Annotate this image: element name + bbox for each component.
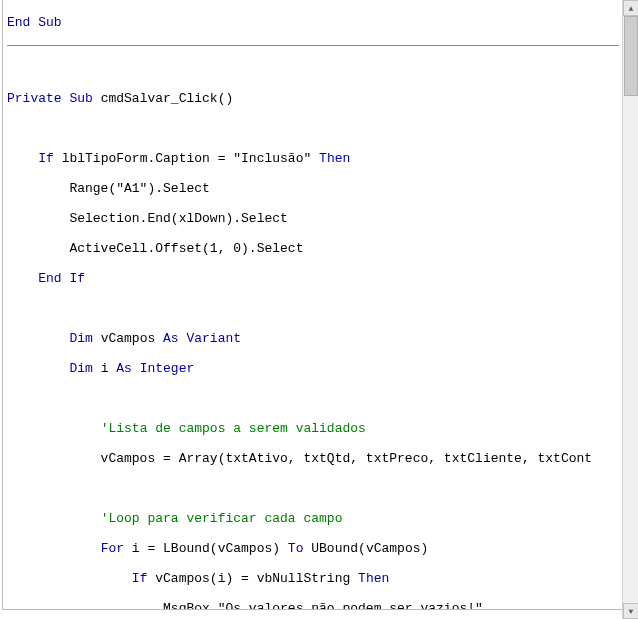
code-keyword: As Integer <box>116 361 194 376</box>
code-text: vCampos(i) = vbNullString <box>147 571 358 586</box>
scroll-track[interactable] <box>623 16 638 603</box>
code-keyword: Then <box>311 151 350 166</box>
code-keyword: Dim <box>69 331 92 346</box>
code-text-area[interactable]: End Sub Private Sub cmdSalvar_Click() If… <box>3 0 623 610</box>
code-text: ActiveCell.Offset(1, 0).Select <box>7 241 303 256</box>
code-string: "Inclusão" <box>233 151 311 166</box>
code-editor[interactable]: End Sub Private Sub cmdSalvar_Click() If… <box>2 0 624 610</box>
vertical-scrollbar[interactable]: ▲ ▼ <box>622 0 638 619</box>
code-text: UBound(vCampos) <box>303 541 428 556</box>
code-keyword: End If <box>38 271 85 286</box>
code-text: vCampos <box>93 331 163 346</box>
scroll-up-button[interactable]: ▲ <box>623 0 638 16</box>
code-keyword: Private Sub <box>7 91 93 106</box>
code-keyword: Then <box>358 571 389 586</box>
scroll-thumb[interactable] <box>624 16 638 96</box>
code-text: i = LBound(vCampos) <box>124 541 288 556</box>
code-keyword: As Variant <box>163 331 241 346</box>
code-comment: 'Lista de campos a serem validados <box>101 421 366 436</box>
code-keyword: If <box>132 571 148 586</box>
code-keyword: If <box>38 151 54 166</box>
code-keyword: End Sub <box>7 15 62 30</box>
code-keyword: For <box>101 541 124 556</box>
code-keyword: Dim <box>69 361 92 376</box>
procedure-divider <box>7 45 619 46</box>
code-text: Range("A1").Select <box>7 181 210 196</box>
code-text: i <box>93 361 116 376</box>
code-comment: 'Loop para verificar cada campo <box>101 511 343 526</box>
code-text: Selection.End(xlDown).Select <box>7 211 288 226</box>
code-text: MsgBox "Os valores não podem ser vazios!… <box>7 601 483 610</box>
code-text: cmdSalvar_Click() <box>93 91 233 106</box>
chevron-down-icon: ▼ <box>629 607 634 616</box>
scroll-down-button[interactable]: ▼ <box>623 603 638 619</box>
code-text: lblTipoForm.Caption = <box>54 151 233 166</box>
code-text: vCampos = Array(txtAtivo, txtQtd, txtPre… <box>7 451 592 466</box>
chevron-up-icon: ▲ <box>629 4 634 13</box>
code-keyword: To <box>288 541 304 556</box>
